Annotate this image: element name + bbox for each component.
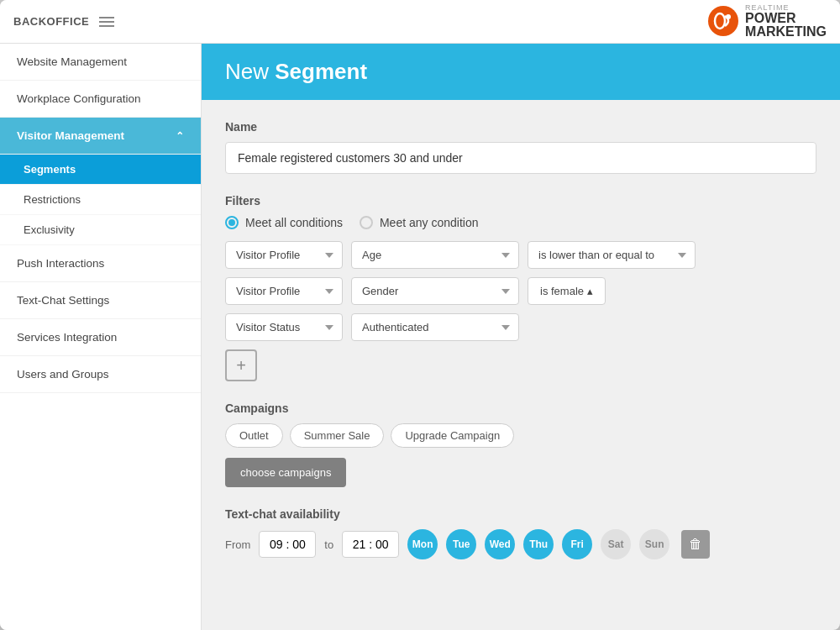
day-mon[interactable]: Mon — [407, 529, 438, 559]
day-sat[interactable]: Sat — [601, 529, 631, 559]
to-time-input[interactable] — [342, 531, 399, 558]
choose-campaigns-button[interactable]: choose campaigns — [225, 458, 346, 487]
day-thu[interactable]: Thu — [523, 529, 554, 559]
sidebar-item-push-interactions[interactable]: Push Interactions — [0, 245, 201, 282]
sidebar-item-visitor-management[interactable]: Visitor Management ⌃ — [0, 118, 201, 155]
filter-1-type[interactable]: Visitor Profile — [225, 241, 343, 269]
filter-conditions: Meet all conditions Meet any condition — [225, 216, 816, 229]
meet-any-radio[interactable] — [360, 216, 373, 229]
sidebar-item-website-management[interactable]: Website Management — [0, 44, 201, 81]
to-label: to — [324, 538, 333, 551]
day-tue[interactable]: Tue — [446, 529, 476, 559]
filter-row-1: Visitor Profile Age is lower than or equ… — [225, 241, 816, 269]
filter-2-operator-tag: is female ▴ — [528, 277, 606, 305]
svg-point-2 — [726, 14, 731, 19]
filter-row-2: Visitor Profile Gender is female ▴ — [225, 277, 816, 305]
logo-power: POWER — [745, 12, 827, 25]
campaign-tag-outlet[interactable]: Outlet — [225, 423, 283, 448]
hamburger-icon[interactable] — [99, 17, 114, 27]
backoffice-label: BACKOFFICE — [13, 15, 89, 28]
topbar-left: BACKOFFICE — [13, 15, 215, 28]
campaign-tag-summer-sale[interactable]: Summer Sale — [290, 423, 385, 448]
page-title: New Segment — [225, 59, 816, 85]
availability-section: Text-chat availability From to Mon Tue W… — [225, 507, 816, 559]
sidebar-sub-item-segments[interactable]: Segments — [0, 155, 201, 185]
sidebar-item-services-integration[interactable]: Services Integration — [0, 319, 201, 356]
name-label: Name — [225, 120, 816, 134]
day-fri[interactable]: Fri — [562, 529, 592, 559]
campaigns-section: Campaigns Outlet Summer Sale Upgrade Cam… — [225, 402, 816, 487]
name-input[interactable] — [225, 142, 816, 174]
campaigns-label: Campaigns — [225, 402, 816, 415]
main-layout: Website Management Workplace Configurati… — [0, 44, 840, 630]
sidebar: Website Management Workplace Configurati… — [0, 44, 202, 630]
filter-1-field[interactable]: Age — [351, 241, 519, 269]
filters-section: Filters Meet all conditions Meet any con… — [225, 194, 816, 381]
meet-all-option[interactable]: Meet all conditions — [225, 216, 343, 229]
add-filter-button[interactable]: + — [225, 349, 257, 381]
logo-marketing: MARKETING — [745, 25, 827, 39]
trash-icon: 🗑 — [689, 537, 702, 552]
filter-3-field[interactable]: Authenticated — [351, 313, 519, 341]
app-window: BACKOFFICE REALTIME POWER MARKETING — [0, 0, 840, 630]
availability-label: Text-chat availability — [225, 507, 816, 521]
topbar: BACKOFFICE REALTIME POWER MARKETING — [0, 0, 840, 44]
meet-any-option[interactable]: Meet any condition — [360, 216, 479, 229]
content-area: New Segment Name Filters Meet all condit… — [202, 44, 840, 630]
filter-2-type[interactable]: Visitor Profile — [225, 277, 343, 305]
filter-3-type[interactable]: Visitor Status — [225, 313, 343, 341]
campaign-tags: Outlet Summer Sale Upgrade Campaign — [225, 423, 816, 448]
filter-1-operator[interactable]: is lower than or equal to — [528, 241, 696, 269]
filters-label: Filters — [225, 194, 816, 207]
sidebar-sub-visitor-management: Segments Restrictions Exclusivity — [0, 155, 201, 245]
logo-text: REALTIME POWER MARKETING — [745, 4, 827, 39]
from-time-input[interactable] — [259, 531, 316, 558]
sidebar-sub-item-exclusivity[interactable]: Exclusivity — [0, 215, 201, 245]
day-wed[interactable]: Wed — [485, 529, 515, 559]
sidebar-item-users-and-groups[interactable]: Users and Groups — [0, 356, 201, 393]
meet-all-radio[interactable] — [225, 216, 239, 229]
filter-2-field[interactable]: Gender — [351, 277, 519, 305]
sidebar-item-text-chat-settings[interactable]: Text-Chat Settings — [0, 282, 201, 319]
chevron-up-icon: ⌃ — [176, 130, 184, 142]
content-header: New Segment — [202, 44, 840, 100]
sidebar-sub-item-restrictions[interactable]: Restrictions — [0, 185, 201, 215]
from-label: From — [225, 538, 250, 551]
day-sun[interactable]: Sun — [639, 529, 669, 559]
availability-row: From to Mon Tue Wed Thu Fri Sat Sun 🗑 — [225, 529, 816, 559]
topbar-logo: REALTIME POWER MARKETING — [708, 4, 827, 39]
content-body: Name Filters Meet all conditions Meet an… — [202, 100, 840, 630]
delete-availability-button[interactable]: 🗑 — [681, 530, 710, 559]
logo-svg-icon — [708, 6, 738, 36]
filter-row-3: Visitor Status Authenticated — [225, 313, 816, 341]
sidebar-item-workplace-configuration[interactable]: Workplace Configuration — [0, 81, 201, 118]
svg-point-0 — [708, 6, 738, 36]
campaign-tag-upgrade[interactable]: Upgrade Campaign — [391, 423, 514, 448]
